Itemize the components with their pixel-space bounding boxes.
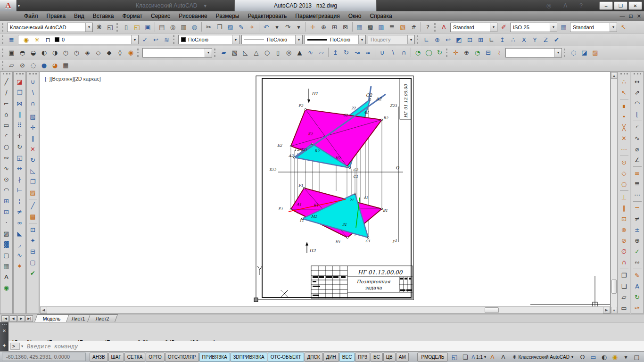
combo-caret-icon[interactable]: ▾ bbox=[554, 49, 561, 57]
torus-button[interactable]: ◎ bbox=[283, 48, 294, 58]
visual-styles-button[interactable]: ◪ bbox=[579, 48, 590, 58]
gradient-button[interactable]: ▓ bbox=[1, 239, 12, 250]
toolbar-grip[interactable] bbox=[116, 23, 119, 32]
snap-tangent-button[interactable]: ○ bbox=[619, 179, 629, 189]
hide-button[interactable]: ◌ bbox=[568, 48, 579, 58]
drawing-area[interactable]: [−][Верхняя][2D каркас] НГ 01.12.00.00 bbox=[40, 72, 611, 314]
menu-item[interactable]: Файл bbox=[20, 12, 42, 20]
union-button[interactable]: ∪ bbox=[377, 48, 388, 58]
revolve-button[interactable]: ↻ bbox=[341, 48, 352, 58]
dim-diameter-button[interactable]: ⌀ bbox=[632, 144, 643, 155]
render-button[interactable]: ▨ bbox=[590, 48, 601, 58]
snap-insert-button[interactable]: ⊡ bbox=[619, 214, 629, 224]
vertical-scrollbar[interactable]: ▲ ▼ bbox=[611, 72, 618, 314]
dim-angular-button[interactable]: ∠ bbox=[632, 155, 643, 165]
sphere-button[interactable]: ○ bbox=[262, 48, 272, 58]
extrude-faces-button[interactable]: ▧ bbox=[28, 111, 38, 122]
customize-wrench-icon[interactable]: ✦ bbox=[2, 342, 6, 350]
osnap-settings-button[interactable]: ∩ bbox=[619, 257, 629, 268]
edit-block-button[interactable]: ✧ bbox=[247, 22, 257, 33]
workspace-combo[interactable]: Классический AutoCAD ▾ bbox=[7, 23, 93, 32]
ucs-x-button[interactable]: X bbox=[519, 34, 529, 45]
snap-apparent-intersection-button[interactable]: ✕ bbox=[619, 133, 629, 144]
menu-item[interactable]: Размеры bbox=[212, 12, 244, 20]
extend-button[interactable]: ⊢ bbox=[15, 185, 25, 196]
toolbar-grip[interactable] bbox=[417, 35, 419, 44]
isolate-objects-button[interactable]: ◉ bbox=[1, 282, 12, 293]
isolate-objects-status-button[interactable]: ◐ bbox=[599, 352, 610, 362]
match-properties-button[interactable]: ✎ bbox=[236, 22, 247, 33]
sweep-button[interactable]: ↝ bbox=[352, 48, 363, 58]
view-back-button[interactable]: ◷ bbox=[71, 48, 82, 58]
ucs-world-button[interactable]: ⊕ bbox=[432, 34, 443, 45]
toggle-prz[interactable]: ПРЗ bbox=[355, 353, 370, 362]
publish-button[interactable]: ▥ bbox=[178, 22, 189, 33]
mirror-button[interactable]: ⋈ bbox=[15, 98, 25, 109]
toggle-tsv[interactable]: ЦВ bbox=[383, 353, 396, 362]
horizontal-scrollbar[interactable]: ◀ ▶ bbox=[40, 306, 610, 313]
taper-faces-button[interactable]: ◺ bbox=[28, 165, 38, 176]
pan-button[interactable]: ✛ bbox=[450, 48, 461, 58]
toolbar-grip[interactable] bbox=[2, 35, 4, 44]
polyline-button[interactable]: ⌐ bbox=[1, 98, 12, 109]
doc-minimize-icon[interactable]: — bbox=[620, 13, 625, 19]
toggle-ots-object[interactable]: ОТС-ОБЪЕКТ bbox=[268, 353, 304, 362]
command-input[interactable]: Введите команду bbox=[27, 343, 78, 350]
cut-button[interactable]: ✂ bbox=[203, 22, 214, 33]
drawing-canvas-svg[interactable]: НГ 01.12.00.00 bbox=[40, 72, 611, 307]
construction-line-button[interactable]: ∕ bbox=[1, 87, 12, 98]
continuous-orbit-button[interactable]: ↻ bbox=[434, 48, 445, 58]
polysolid-button[interactable]: ▰ bbox=[218, 48, 229, 58]
vs-conceptual-button[interactable]: ◕ bbox=[50, 60, 60, 71]
layer-properties-manager-button[interactable]: ≣ bbox=[6, 34, 17, 45]
delete-faces-button[interactable]: ✕ bbox=[28, 144, 38, 155]
box-button[interactable]: ▧ bbox=[229, 48, 240, 58]
wedge-button[interactable]: ◺ bbox=[240, 48, 251, 58]
clean-screen-button[interactable]: ▢ bbox=[631, 352, 642, 362]
pyramid-button[interactable]: ▲ bbox=[294, 48, 305, 58]
toolbar-grip[interactable] bbox=[446, 49, 448, 57]
search-icon[interactable]: ◎ bbox=[546, 2, 551, 9]
named-view-combo[interactable]: ▾ bbox=[142, 48, 212, 58]
dim-ordinate-button[interactable]: ⌊ bbox=[632, 109, 643, 120]
ucs-origin-button[interactable]: ∟ bbox=[486, 34, 497, 45]
dim-baseline-button[interactable]: ≣ bbox=[632, 179, 643, 189]
cylinder-button[interactable]: ▯ bbox=[272, 48, 283, 58]
trim-button[interactable]: ∤ bbox=[15, 174, 25, 185]
combo-caret-icon[interactable]: ▾ bbox=[490, 23, 497, 32]
toolbar-grip[interactable] bbox=[214, 49, 216, 57]
ucs-button[interactable]: ∟ bbox=[421, 34, 432, 45]
undo-caret-button[interactable]: ▾ bbox=[272, 22, 282, 33]
linetype-combo[interactable]: ПоСлою ▾ bbox=[241, 35, 303, 44]
scroll-left-icon[interactable]: ◀ bbox=[40, 307, 47, 313]
scroll-down-icon[interactable]: ▼ bbox=[611, 307, 617, 313]
snap-endpoint-button[interactable]: ∎ bbox=[619, 100, 629, 111]
fillet-button[interactable]: ◞ bbox=[15, 239, 25, 250]
erase-button[interactable]: ◪ bbox=[15, 76, 25, 87]
menu-item[interactable]: Сервис bbox=[147, 12, 174, 20]
toolbar-grip[interactable] bbox=[3, 73, 10, 75]
quick-view-layouts-button[interactable]: ❏ bbox=[460, 352, 471, 362]
doc-restore-icon[interactable]: ⊡ bbox=[629, 13, 633, 19]
dim-jogged-linear-button[interactable]: ∾ bbox=[632, 257, 643, 268]
multileader-style-button[interactable]: ↖ bbox=[618, 22, 629, 33]
ucs-apply-button[interactable]: ✔ bbox=[551, 34, 562, 45]
bring-to-front-button[interactable]: ❐ bbox=[619, 270, 629, 281]
snap-extension-button[interactable]: ⋯ bbox=[619, 144, 629, 155]
constrained-orbit-button[interactable]: ◔ bbox=[413, 48, 423, 58]
rotate-faces-button[interactable]: ↻ bbox=[28, 155, 38, 165]
explode-button[interactable]: ✶ bbox=[15, 261, 25, 272]
toolbar-grip[interactable] bbox=[29, 73, 37, 75]
shell-button[interactable]: ▢ bbox=[28, 257, 38, 268]
named-views-button[interactable]: ▣ bbox=[6, 48, 17, 58]
toolbar-grip[interactable] bbox=[620, 73, 628, 75]
status-lightbulb-button[interactable]: ◉ bbox=[610, 352, 620, 362]
toolbar-lock-button[interactable]: Ω bbox=[577, 352, 588, 362]
combo-caret-icon[interactable]: ▾ bbox=[358, 35, 365, 44]
ucs-object-button[interactable]: ⊡ bbox=[464, 34, 475, 45]
annotation-autoscale-button[interactable]: Λ bbox=[498, 352, 509, 362]
view-nw-isometric-button[interactable]: ◊ bbox=[115, 48, 125, 58]
table-style-button[interactable]: ▦ bbox=[558, 22, 569, 33]
color-edges-button[interactable]: ▤ bbox=[28, 211, 38, 222]
layer-previous-button[interactable]: ↩ bbox=[150, 34, 161, 45]
